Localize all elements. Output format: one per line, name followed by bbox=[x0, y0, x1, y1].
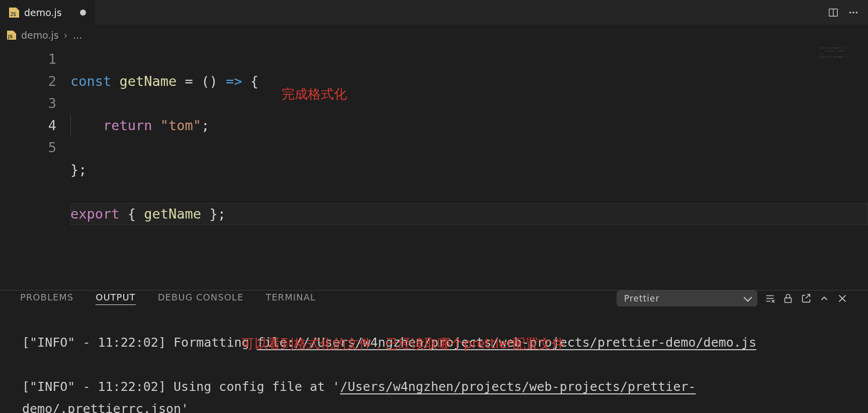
editor-tab[interactable]: JS demo.js bbox=[0, 0, 96, 25]
minimap[interactable]: const getName = () return "tom"; }; expo… bbox=[820, 46, 865, 91]
chevron-right-icon: › bbox=[64, 30, 68, 41]
line-number: 4 bbox=[0, 115, 56, 137]
split-editor-icon[interactable] bbox=[828, 7, 839, 18]
output-channel-select[interactable]: Prettier bbox=[617, 290, 757, 306]
breadcrumb-rest: … bbox=[72, 30, 82, 41]
svg-point-3 bbox=[852, 12, 854, 14]
code-line: }; bbox=[70, 159, 868, 181]
code-area[interactable]: const getName = () => { return "tom"; };… bbox=[70, 45, 868, 290]
line-number: 3 bbox=[0, 92, 56, 115]
line-number: 2 bbox=[0, 70, 56, 92]
line-number: 1 bbox=[0, 48, 56, 70]
tab-problems[interactable]: PROBLEMS bbox=[20, 292, 73, 305]
editor-tab-bar: JS demo.js bbox=[0, 0, 868, 25]
breadcrumb[interactable]: JS demo.js › … bbox=[0, 25, 868, 45]
code-line: export { getName }; bbox=[70, 203, 868, 225]
svg-point-2 bbox=[849, 12, 851, 14]
code-line: return "tom"; bbox=[70, 115, 868, 137]
tab-filename: demo.js bbox=[24, 7, 62, 18]
overlay-annotation: 完成格式化 bbox=[282, 85, 347, 103]
output-body[interactable]: ["INFO" - 11:22:02] Formatting file:///U… bbox=[0, 306, 868, 413]
line-number: 5 bbox=[0, 137, 56, 159]
editor-header-actions bbox=[819, 0, 868, 25]
more-icon[interactable] bbox=[848, 7, 859, 18]
javascript-file-icon: JS bbox=[7, 31, 16, 40]
line-number-gutter: 1 2 3 4 5 bbox=[0, 45, 70, 290]
code-line bbox=[70, 247, 868, 269]
overlay-annotation: 可以看到格式化的文件，已经读取哪个prettier配置文件 bbox=[241, 333, 565, 355]
svg-point-4 bbox=[856, 12, 858, 14]
unsaved-dot-icon bbox=[80, 10, 86, 16]
output-channel-value: Prettier bbox=[624, 293, 660, 303]
bottom-panel: PROBLEMS OUTPUT DEBUG CONSOLE TERMINAL P… bbox=[0, 290, 868, 413]
output-line: ["INFO" - 11:22:02] Using config file at… bbox=[22, 376, 848, 413]
breadcrumb-filename: demo.js bbox=[21, 30, 59, 41]
code-editor[interactable]: 1 2 3 4 5 const getName = () => { return… bbox=[0, 45, 868, 290]
javascript-file-icon: JS bbox=[9, 8, 19, 18]
code-line: const getName = () => { bbox=[70, 70, 868, 92]
